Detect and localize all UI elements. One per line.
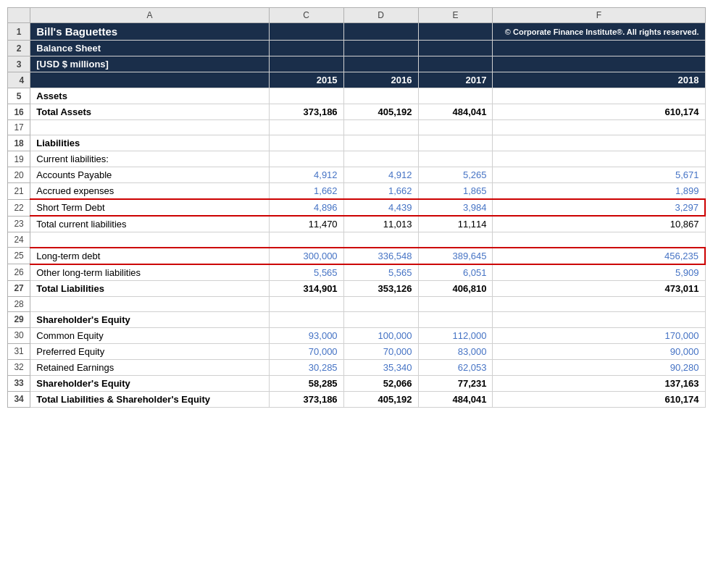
other-lt-liabilities-2015: 5,565 (269, 264, 343, 281)
row24-a (30, 232, 269, 248)
row17-e (418, 120, 493, 135)
preferred-equity-2017: 83,000 (418, 343, 493, 359)
total-current-liabilities-2018: 10,867 (493, 216, 705, 232)
currency-label: [USD $ millions] (30, 56, 269, 72)
shareholder-equity-total-2015: 58,285 (269, 375, 343, 391)
row2-e (418, 41, 493, 56)
other-lt-liabilities-label: Other long-term liabilities (30, 264, 269, 281)
row28-e (418, 296, 493, 311)
row29-e (418, 311, 493, 327)
row-num-19: 19 (8, 151, 30, 167)
row-20: 20 Accounts Payable 4,912 4,912 5,265 5,… (8, 167, 706, 183)
row3-d (343, 56, 418, 72)
total-liabilities-equity-2015: 373,186 (269, 391, 343, 407)
row24-e (418, 232, 493, 248)
row24-d (343, 232, 418, 248)
row-num-18: 18 (8, 135, 30, 151)
row2-f (493, 41, 705, 56)
row-num-21: 21 (8, 183, 30, 200)
row-num-31: 31 (8, 343, 30, 359)
row-num-17: 17 (8, 120, 30, 135)
row-num-20: 20 (8, 167, 30, 183)
column-header-row: A C D E F (8, 8, 706, 23)
row28-d (343, 296, 418, 311)
common-equity-2016: 100,000 (343, 327, 418, 343)
total-current-liabilities-2016: 11,013 (343, 216, 418, 232)
row17-c (269, 120, 343, 135)
row-31: 31 Preferred Equity 70,000 70,000 83,000… (8, 343, 706, 359)
row-26: 26 Other long-term liabilities 5,565 5,5… (8, 264, 706, 281)
row-3: 3 [USD $ millions] (8, 56, 706, 72)
year-2018: 2018 (493, 72, 705, 88)
row-23: 23 Total current liabilities 11,470 11,0… (8, 216, 706, 232)
shareholder-equity-total-2017: 77,231 (418, 375, 493, 391)
row17-f (493, 120, 705, 135)
row28-a (30, 296, 269, 311)
row18-c (269, 135, 343, 151)
total-liabilities-label: Total Liabilities (30, 280, 269, 296)
common-equity-label: Common Equity (30, 327, 269, 343)
row3-f (493, 56, 705, 72)
total-liabilities-2016: 353,126 (343, 280, 418, 296)
preferred-equity-2018: 90,000 (493, 343, 705, 359)
row-5: 5 Assets (8, 88, 706, 104)
preferred-equity-2015: 70,000 (269, 343, 343, 359)
shareholder-equity-total-label: Shareholder's Equity (30, 375, 269, 391)
row2-d (343, 41, 418, 56)
row2-c (269, 41, 343, 56)
total-liabilities-2015: 314,901 (269, 280, 343, 296)
shareholder-equity-section-label: Shareholder's Equity (30, 311, 269, 327)
row-1: 1 Bill's Baguettes © Corporate Finance I… (8, 23, 706, 41)
row-num-32: 32 (8, 359, 30, 375)
row17-d (343, 120, 418, 135)
short-term-debt-2015: 4,896 (269, 199, 343, 216)
row18-e (418, 135, 493, 151)
row4-label (30, 72, 269, 88)
common-equity-2017: 112,000 (418, 327, 493, 343)
row19-c (269, 151, 343, 167)
row17-a (30, 120, 269, 135)
accounts-payable-2016: 4,912 (343, 167, 418, 183)
row5-f (493, 88, 705, 104)
total-current-liabilities-2017: 11,114 (418, 216, 493, 232)
row-num-2: 2 (8, 41, 30, 56)
row-num-23: 23 (8, 216, 30, 232)
row29-f (493, 311, 705, 327)
row-29: 29 Shareholder's Equity (8, 311, 706, 327)
total-liabilities-equity-2017: 484,041 (418, 391, 493, 407)
total-liabilities-equity-2018: 610,174 (493, 391, 705, 407)
row-num-24: 24 (8, 232, 30, 248)
common-equity-2015: 93,000 (269, 327, 343, 343)
row24-c (269, 232, 343, 248)
other-lt-liabilities-2018: 5,909 (493, 264, 705, 281)
row-num-26: 26 (8, 264, 30, 281)
row1-c (269, 23, 343, 41)
long-term-debt-2018: 456,235 (493, 248, 705, 264)
assets-label: Assets (30, 88, 269, 104)
row-num-27: 27 (8, 280, 30, 296)
row-num-1: 1 (8, 23, 30, 41)
retained-earnings-2018: 90,280 (493, 359, 705, 375)
copyright-text: © Corporate Finance Institute®. All righ… (493, 23, 705, 41)
col-a-header: A (30, 8, 269, 23)
accounts-payable-2015: 4,912 (269, 167, 343, 183)
short-term-debt-2018: 3,297 (493, 199, 705, 216)
accrued-expenses-2016: 1,662 (343, 183, 418, 200)
col-f-header: F (493, 8, 705, 23)
retained-earnings-label: Retained Earnings (30, 359, 269, 375)
corner-cell (8, 8, 30, 23)
row5-c (269, 88, 343, 104)
short-term-debt-label: Short Term Debt (30, 199, 269, 216)
total-liabilities-equity-2016: 405,192 (343, 391, 418, 407)
row-4: 4 2015 2016 2017 2018 (8, 72, 706, 88)
row19-f (493, 151, 705, 167)
row-33: 33 Shareholder's Equity 58,285 52,066 77… (8, 375, 706, 391)
row-22: 22 Short Term Debt 4,896 4,439 3,984 3,2… (8, 199, 706, 216)
row-30: 30 Common Equity 93,000 100,000 112,000 … (8, 327, 706, 343)
row-34: 34 Total Liabilities & Shareholder's Equ… (8, 391, 706, 407)
row1-e (418, 23, 493, 41)
row-num-4: 4 (8, 72, 30, 88)
row-27: 27 Total Liabilities 314,901 353,126 406… (8, 280, 706, 296)
row-17: 17 (8, 120, 706, 135)
total-current-liabilities-2015: 11,470 (269, 216, 343, 232)
